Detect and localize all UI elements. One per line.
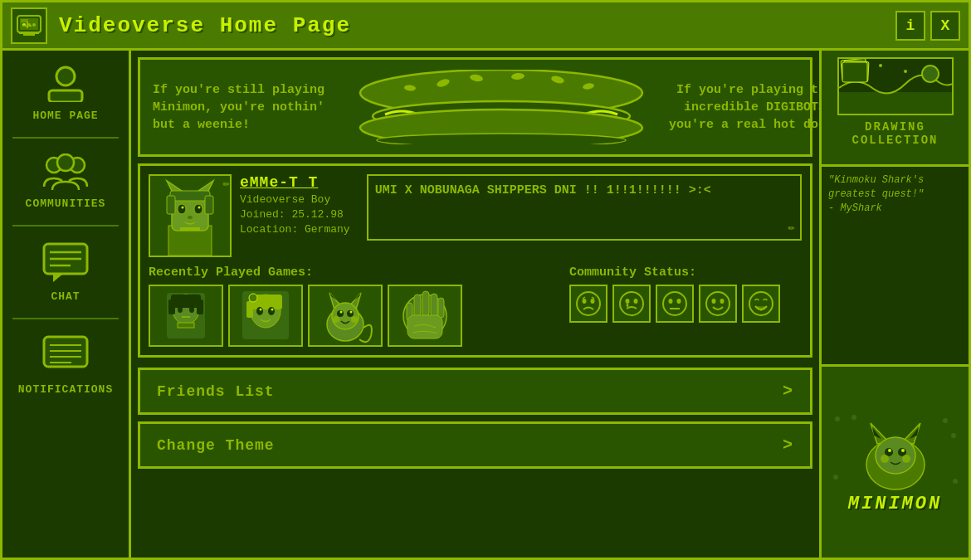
hotdog-image [344,70,659,144]
game-thumb-2[interactable] [228,285,303,347]
close-button[interactable]: X [930,11,960,41]
svg-point-123 [876,437,915,474]
bio-text: UMI X NOBUNAGA SHIPPERS DNI !! 1!!1!!!!!… [375,183,711,197]
svg-point-81 [351,316,358,323]
svg-point-113 [904,70,907,73]
svg-point-67 [271,309,274,311]
svg-point-134 [833,475,838,480]
svg-rect-11 [49,90,82,102]
svg-point-110 [922,66,939,82]
svg-point-7 [32,23,36,27]
banner-text-left: If you're still playing Minimon, you're … [153,81,335,134]
svg-rect-3 [23,34,35,36]
svg-point-102 [712,299,716,304]
game-thumb-1[interactable] [149,285,223,347]
profile-info: eMMе-T_T Videoverse Boy Joined: 25.12.98… [240,174,350,236]
profile-section: ✏ eMMе-T_T Videoverse Boy Joined: 25.12.… [138,163,812,358]
banner: If you're still playing Minimon, you're … [138,57,812,157]
sidebar-item-chat[interactable]: CHAT [7,235,124,309]
svg-rect-42 [205,196,213,214]
svg-rect-63 [246,301,253,318]
emoji-very-sad[interactable] [569,285,607,323]
avatar-edit-icon[interactable]: ✏ [223,176,230,190]
app-window: Videoverse Home Page i X HOME PAGE [0,0,971,560]
games-thumbnails [149,285,559,347]
profile-rank: Videoverse Boy [240,193,350,206]
svg-rect-84 [414,295,421,318]
svg-point-98 [669,299,673,304]
emoji-happy[interactable] [699,285,737,323]
friends-list-button[interactable]: Friends List > [138,368,812,415]
sidebar-divider-3 [12,318,119,319]
page-title: Videoverse Home Page [59,13,895,38]
communities-icon [41,153,90,194]
sidebar-divider-1 [12,137,119,139]
change-theme-arrow: > [783,436,793,455]
profile-username[interactable]: eMMе-T_T [240,174,350,191]
svg-rect-9 [23,25,32,27]
games-community-row: Recently Played Games: [149,265,802,347]
svg-point-44 [194,204,202,214]
svg-point-55 [178,306,183,313]
home-icon [46,66,85,106]
svg-point-103 [720,299,725,304]
drawing-preview [837,57,954,115]
emoji-sad[interactable] [612,285,651,323]
svg-rect-48 [180,227,200,231]
svg-point-130 [835,416,840,421]
svg-rect-4 [19,32,39,34]
svg-point-126 [888,449,891,452]
game-thumb-4[interactable] [388,285,462,347]
svg-point-92 [591,299,595,304]
profile-bio: UMI X NOBUNAGA SHIPPERS DNI !! 1!!1!!!!!… [367,174,802,241]
svg-point-90 [577,292,600,315]
minimon-box: MINIMON [822,367,969,558]
chat-label: CHAT [51,290,80,303]
svg-rect-109 [839,92,952,114]
svg-point-80 [333,316,339,323]
svg-rect-41 [167,196,175,214]
info-button[interactable]: i [895,11,925,41]
svg-point-96 [627,304,629,307]
minimon-label: MINIMON [848,494,942,514]
svg-point-78 [340,311,343,314]
avatar-wrap: ✏ [149,174,232,257]
review-text: "Kinmoku Shark's greatest quest!" - MySh… [828,173,962,215]
title-bar: Videoverse Home Page i X [2,2,969,51]
svg-point-131 [851,415,856,420]
sidebar-item-communities[interactable]: COMMUNITIES [7,147,124,217]
svg-rect-40 [170,191,210,201]
friends-list-label: Friends List [157,383,275,400]
games-title: Recently Played Games: [149,265,559,280]
main-content: HOME PAGE COMMUNITIES [2,51,969,558]
window-controls: i X [895,11,960,41]
bio-edit-icon[interactable]: ✏ [788,220,795,234]
svg-point-47 [188,216,193,219]
svg-point-129 [902,455,910,463]
svg-point-99 [677,299,681,304]
svg-point-93 [620,292,643,315]
svg-point-46 [198,207,201,209]
game-thumb-3[interactable] [308,285,383,347]
drawing-collection[interactable]: DRAWING COLLECTION [822,51,969,167]
svg-point-68 [249,294,257,302]
svg-point-94 [626,299,630,304]
svg-point-65 [268,307,275,315]
svg-point-101 [706,292,729,315]
profile-joined: Joined: 25.12.98 [240,208,350,221]
app-icon [11,7,47,44]
emoji-neutral[interactable] [656,285,694,323]
svg-marker-19 [53,274,63,282]
profile-top-row: ✏ eMMе-T_T Videoverse Boy Joined: 25.12.… [149,174,802,257]
chat-icon [41,241,90,287]
banner-text-right: If you're playing the incredible DIGIBOT… [667,81,819,134]
sidebar-item-home[interactable]: HOME PAGE [7,59,124,129]
svg-rect-87 [438,298,444,318]
center-content: If you're still playing Minimon, you're … [131,51,819,558]
communities-label: COMMUNITIES [26,197,106,210]
emoji-very-happy[interactable] [742,285,780,323]
svg-point-66 [260,309,262,311]
sidebar-divider-2 [12,225,119,226]
sidebar-item-notifications[interactable]: NOTIFICATIONS [7,328,124,402]
change-theme-button[interactable]: Change Theme > [138,421,812,469]
